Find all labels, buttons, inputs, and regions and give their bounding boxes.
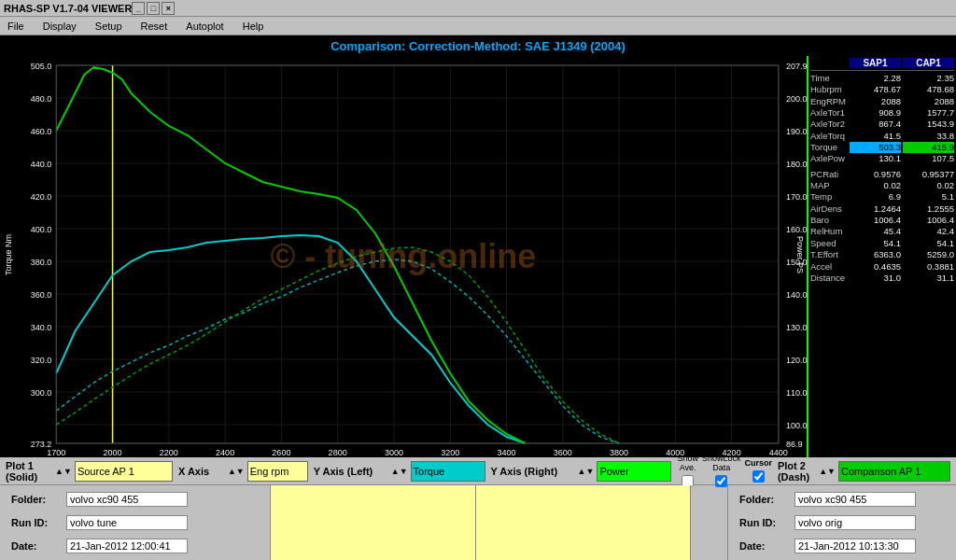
menu-reset[interactable]: Reset: [137, 19, 172, 34]
plot1-folder-row: Folder: volvo xc90 455: [6, 487, 264, 511]
svg-text:440.0: 440.0: [31, 160, 52, 169]
main-content: © - tuning.online: [0, 56, 956, 457]
minimize-button[interactable]: _: [132, 2, 145, 15]
maximize-button[interactable]: □: [147, 2, 160, 15]
plot1-title: Plot 1 (Solid): [6, 460, 49, 483]
y-right-select[interactable]: Power: [597, 461, 671, 482]
data-row-v2-10: 0.02: [903, 180, 954, 191]
svg-text:505.0: 505.0: [31, 62, 52, 71]
cursor-checkbox[interactable]: [752, 470, 765, 483]
svg-text:110.0: 110.0: [786, 388, 807, 398]
plot1-source-select[interactable]: Source AP 1: [75, 461, 173, 482]
svg-text:3600: 3600: [554, 448, 572, 457]
svg-text:4200: 4200: [723, 448, 741, 457]
menu-file[interactable]: File: [4, 19, 28, 34]
data-row-v2-13: 1006.4: [903, 215, 954, 226]
data-row-label-17: Accel: [810, 261, 848, 273]
dp-rows: Time2.282.35Hubrpm478.67478.68EngRPM2088…: [810, 73, 954, 284]
data-row-v2-16: 5259.0: [903, 249, 954, 260]
svg-text:360.0: 360.0: [31, 290, 52, 300]
data-row-label-4: AxleTor2: [810, 119, 848, 130]
plot1-source-group: ▲▼ Source AP 1: [55, 461, 173, 482]
plot2-date-value: 21-Jan-2012 10:13:30: [794, 539, 916, 553]
svg-text:100.0: 100.0: [786, 421, 807, 430]
svg-text:207.9: 207.9: [786, 62, 807, 71]
y-left-select[interactable]: Torque: [411, 461, 485, 482]
svg-text:170.0: 170.0: [786, 192, 807, 202]
data-row-v1-1: 478.67: [850, 84, 901, 95]
data-row-9: PCRati0.95760.95377: [810, 169, 954, 180]
menu-help[interactable]: Help: [239, 19, 268, 34]
svg-text:340.0: 340.0: [31, 323, 52, 332]
svg-text:1700: 1700: [47, 448, 65, 457]
data-row-v2-17: 0.3881: [903, 261, 954, 273]
dp-cap1-header: CAP1: [903, 58, 954, 68]
svg-text:420.0: 420.0: [31, 192, 52, 202]
svg-text:4400: 4400: [769, 448, 788, 457]
dp-empty: [810, 58, 848, 68]
close-button[interactable]: ×: [162, 2, 175, 15]
data-panel: SAP1 CAP1 Time2.282.35Hubrpm478.67478.68…: [807, 56, 956, 457]
data-row-12: AirDens1.24641.2555: [810, 203, 954, 215]
plot2-fields: Folder: volvo xc90 455 Run ID: volvo ori…: [728, 485, 956, 560]
svg-text:3200: 3200: [441, 448, 459, 457]
data-row-v1-2: 2088: [850, 96, 901, 107]
data-row-v2-2: 2088: [903, 96, 954, 107]
showlock-label: ShowLockData: [702, 455, 741, 473]
plot2-title: Plot 2 (Dash): [778, 460, 813, 483]
data-row-v1-12: 1.2464: [850, 203, 901, 215]
data-row-label-6: Torque: [810, 142, 848, 153]
data-row-label-13: Baro: [810, 215, 848, 226]
plot1-fields: Folder: volvo xc90 455 Run ID: volvo tun…: [0, 485, 271, 560]
plot1-folder-value[interactable]: volvo xc90 455: [66, 492, 188, 507]
data-row-label-7: AxlePow: [810, 153, 848, 164]
menu-setup[interactable]: Setup: [91, 19, 126, 34]
plot2-runid-value[interactable]: volvo orig: [794, 515, 916, 530]
small-spacer: [691, 485, 728, 560]
titlebar: RHAS-SP V1.7-04 VIEWER _ □ ×: [0, 0, 956, 17]
svg-text:180.0: 180.0: [786, 160, 807, 169]
up-arrow-icon: ▲▼: [55, 467, 72, 476]
data-row-v1-10: 0.02: [850, 180, 901, 191]
plot1-runid-row: Run ID: volvo tune: [6, 511, 264, 534]
data-row-16: T.Effort6363.05259.0: [810, 249, 954, 260]
comparison-header: Comparison: Correction-Method: SAE J1349…: [0, 35, 956, 56]
data-row-v2-0: 2.35: [903, 73, 954, 84]
data-row-label-3: AxleTor1: [810, 107, 848, 119]
data-row-18: Distance31.031.1: [810, 273, 954, 284]
data-row-label-15: Speed: [810, 238, 848, 249]
svg-text:320.0: 320.0: [31, 356, 52, 365]
svg-rect-0: [0, 56, 807, 457]
cursor-group: Cursor: [744, 459, 772, 483]
data-row-3: AxleTor1908.91577.7: [810, 107, 954, 119]
y-left-arrow-icon: ▲▼: [391, 467, 408, 476]
plot1-runid-value[interactable]: volvo tune: [66, 515, 188, 530]
data-row-label-2: EngRPM: [810, 96, 848, 107]
controls-bottom: Plot 1 (Solid) ▲▼ Source AP 1 X Axis ▲▼ …: [0, 457, 956, 560]
plot2-runid-row: Run ID: volvo orig: [734, 511, 950, 534]
data-row-v1-3: 908.9: [850, 107, 901, 119]
right-blank: [476, 485, 691, 560]
data-row-v1-6: 503.3: [850, 142, 901, 153]
data-row-v1-7: 130.1: [850, 153, 901, 164]
plot2-source-select[interactable]: Comparison AP 1: [838, 461, 950, 482]
data-row-label-10: MAP: [810, 180, 848, 191]
svg-text:120.0: 120.0: [786, 356, 807, 365]
data-row-label-5: AxleTorq: [810, 131, 848, 142]
plot2-folder-value[interactable]: volvo xc90 455: [794, 492, 916, 507]
data-row-v2-11: 5.1: [903, 191, 954, 203]
data-row-v1-16: 6363.0: [850, 249, 901, 260]
data-row-v1-11: 6.9: [850, 191, 901, 203]
menu-display[interactable]: Display: [39, 19, 80, 34]
data-row-label-11: Temp: [810, 191, 848, 203]
svg-text:86.9: 86.9: [786, 440, 803, 449]
menu-autoplot[interactable]: Autoplot: [182, 19, 227, 34]
svg-text:460.0: 460.0: [31, 127, 52, 136]
data-row-14: RelHum45.442.4: [810, 226, 954, 237]
plot2-folder-row: Folder: volvo xc90 455: [734, 487, 950, 511]
svg-text:2000: 2000: [104, 448, 122, 457]
data-row-v2-14: 42.4: [903, 226, 954, 237]
x-axis-select[interactable]: Eng rpm: [247, 461, 308, 482]
controls-top-row: Plot 1 (Solid) ▲▼ Source AP 1 X Axis ▲▼ …: [0, 457, 956, 485]
data-row-v1-15: 54.1: [850, 238, 901, 249]
